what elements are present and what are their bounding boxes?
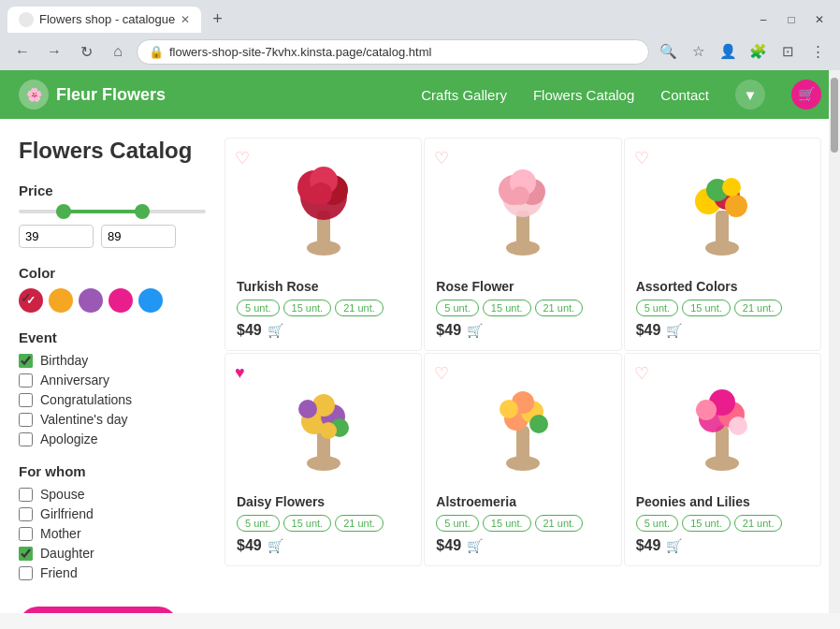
heart-button-5[interactable]: ♡ bbox=[434, 363, 449, 384]
event-apologize[interactable]: Apologize bbox=[19, 432, 206, 446]
heart-button-1[interactable]: ♡ bbox=[235, 148, 250, 168]
nav-flowers-catalog[interactable]: Flowers Catalog bbox=[533, 87, 634, 103]
color-swatch-pink[interactable] bbox=[109, 288, 133, 313]
new-tab-button[interactable]: + bbox=[205, 6, 230, 33]
tag-6-3[interactable]: 21 unt. bbox=[734, 515, 783, 532]
forward-button[interactable]: → bbox=[41, 38, 67, 65]
product-price-3: $49 🛒 bbox=[636, 322, 809, 339]
nav-crafts-gallery[interactable]: Crafts Gallery bbox=[421, 87, 507, 103]
bookmark-button[interactable]: ☆ bbox=[685, 38, 711, 65]
svg-point-13 bbox=[511, 186, 529, 205]
svg-rect-37 bbox=[716, 426, 729, 468]
add-to-cart-1[interactable]: 🛒 bbox=[268, 323, 283, 338]
product-name-3: Assorted Colors bbox=[636, 279, 809, 294]
event-apologize-label: Apologize bbox=[40, 432, 98, 446]
add-to-cart-2[interactable]: 🛒 bbox=[467, 323, 483, 338]
heart-button-3[interactable]: ♡ bbox=[634, 148, 649, 168]
sidebar: Flowers Catalog Price Color bbox=[19, 138, 206, 594]
back-button[interactable]: ← bbox=[9, 38, 36, 65]
color-filter: Color ✓ bbox=[19, 265, 206, 313]
event-valentines-label: Valentine's day bbox=[40, 412, 127, 427]
price-slider[interactable] bbox=[19, 210, 206, 213]
reload-button[interactable]: ↻ bbox=[73, 38, 99, 65]
url-input[interactable] bbox=[169, 45, 637, 59]
tag-6-1[interactable]: 5 unt. bbox=[636, 515, 679, 532]
tag-1-2[interactable]: 15 unt. bbox=[283, 300, 332, 316]
close-button[interactable]: ✕ bbox=[806, 7, 833, 33]
add-to-cart-3[interactable]: 🛒 bbox=[666, 323, 682, 338]
add-to-cart-6[interactable]: 🛒 bbox=[666, 538, 682, 553]
product-price-2: $49 🛒 bbox=[436, 322, 609, 339]
event-anniversary[interactable]: Anniversary bbox=[19, 373, 206, 388]
active-tab[interactable]: Flowers shop - catalogue ✕ bbox=[7, 7, 201, 33]
add-to-cart-4[interactable]: 🛒 bbox=[268, 538, 283, 553]
tag-1-3[interactable]: 21 unt. bbox=[335, 300, 384, 316]
for-whom-mother[interactable]: Mother bbox=[19, 526, 206, 541]
nav-dropdown-button[interactable]: ▼ bbox=[735, 80, 765, 110]
price-min-input[interactable] bbox=[19, 225, 94, 248]
event-valentines[interactable]: Valentine's day bbox=[19, 412, 206, 427]
svg-point-6 bbox=[310, 183, 332, 205]
tag-2-3[interactable]: 21 unt. bbox=[535, 300, 584, 316]
slider-thumb-right[interactable] bbox=[135, 204, 150, 219]
event-congratulations[interactable]: Congratulations bbox=[19, 392, 206, 407]
for-whom-girlfriend[interactable]: Girlfriend bbox=[19, 506, 206, 521]
scrollbar-thumb[interactable] bbox=[831, 119, 838, 153]
color-swatch-orange[interactable] bbox=[49, 288, 73, 313]
home-button[interactable]: ⌂ bbox=[105, 38, 131, 65]
tag-2-2[interactable]: 15 unt. bbox=[483, 300, 531, 316]
for-whom-spouse[interactable]: Spouse bbox=[19, 487, 206, 502]
tag-5-1[interactable]: 5 unt. bbox=[436, 515, 479, 532]
tag-3-3[interactable]: 21 unt. bbox=[734, 300, 783, 316]
for-whom-friend[interactable]: Friend bbox=[19, 565, 206, 580]
tag-4-2[interactable]: 15 unt. bbox=[283, 515, 332, 532]
product-grid: ♡ Turkish Rose 5 unt. 15 unt. bbox=[224, 138, 821, 594]
show-results-button[interactable]: Show results bbox=[19, 607, 178, 613]
event-congratulations-label: Congratulations bbox=[40, 392, 132, 407]
user-button[interactable]: 👤 bbox=[715, 38, 741, 65]
minimize-button[interactable]: – bbox=[750, 7, 776, 33]
product-image-6 bbox=[636, 365, 809, 487]
slider-track bbox=[19, 210, 206, 213]
product-card-alstroemeria: ♡ Alstroemeria 5 unt. 15 unt. bbox=[424, 353, 621, 566]
for-whom-daughter[interactable]: Daughter bbox=[19, 546, 206, 561]
for-whom-friend-label: Friend bbox=[40, 565, 78, 580]
tag-1-1[interactable]: 5 unt. bbox=[237, 300, 280, 316]
slider-thumb-left[interactable] bbox=[56, 204, 71, 219]
color-swatch-blue[interactable] bbox=[138, 288, 163, 313]
favicon bbox=[19, 12, 34, 27]
tag-5-2[interactable]: 15 unt. bbox=[483, 515, 531, 532]
event-birthday-label: Birthday bbox=[40, 353, 88, 368]
tag-4-1[interactable]: 5 unt. bbox=[237, 515, 280, 532]
price-filter: Price bbox=[19, 183, 206, 248]
tag-3-2[interactable]: 15 unt. bbox=[682, 300, 731, 316]
for-whom-label: For whom bbox=[19, 463, 206, 479]
maximize-button[interactable]: □ bbox=[778, 7, 804, 33]
color-swatch-purple[interactable] bbox=[79, 288, 103, 313]
nav-cart-button[interactable]: 🛒 bbox=[791, 80, 821, 110]
add-to-cart-5[interactable]: 🛒 bbox=[467, 538, 483, 553]
nav-links: Crafts Gallery Flowers Catalog Contact ▼… bbox=[421, 80, 821, 110]
tag-4-3[interactable]: 21 unt. bbox=[335, 515, 384, 532]
nav-contact[interactable]: Contact bbox=[660, 87, 709, 103]
scrollbar[interactable] bbox=[829, 119, 840, 613]
price-max-input[interactable] bbox=[101, 225, 176, 248]
heart-button-2[interactable]: ♡ bbox=[434, 148, 449, 168]
tag-5-3[interactable]: 21 unt. bbox=[535, 515, 584, 532]
address-bar[interactable]: 🔒 bbox=[137, 39, 649, 65]
search-button[interactable]: 🔍 bbox=[655, 38, 681, 65]
tag-6-2[interactable]: 15 unt. bbox=[682, 515, 731, 532]
svg-point-41 bbox=[729, 417, 747, 435]
heart-button-6[interactable]: ♡ bbox=[634, 363, 649, 384]
tablet-button[interactable]: ⊡ bbox=[775, 38, 801, 65]
extensions-button[interactable]: 🧩 bbox=[745, 38, 771, 65]
color-swatch-red[interactable]: ✓ bbox=[19, 288, 43, 313]
tag-3-1[interactable]: 5 unt. bbox=[636, 300, 679, 316]
product-name-6: Peonies and Lilies bbox=[636, 494, 809, 509]
tab-close-button[interactable]: ✕ bbox=[181, 13, 190, 26]
tag-2-1[interactable]: 5 unt. bbox=[436, 300, 479, 316]
menu-button[interactable]: ⋮ bbox=[804, 38, 831, 65]
heart-button-4[interactable]: ♥ bbox=[235, 363, 245, 383]
toolbar-icons: 🔍 ☆ 👤 🧩 ⊡ ⋮ bbox=[655, 38, 831, 65]
event-birthday[interactable]: Birthday bbox=[19, 353, 206, 368]
